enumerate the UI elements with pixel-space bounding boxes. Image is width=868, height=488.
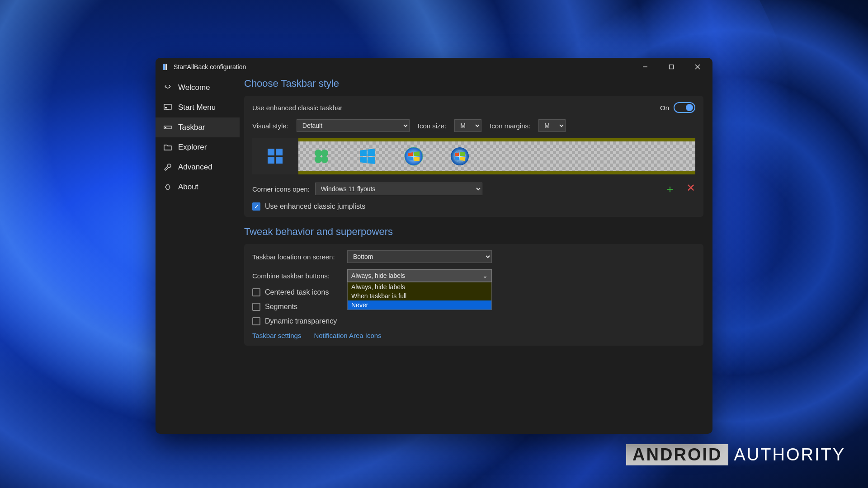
sidebar-item-welcome[interactable]: Welcome	[156, 78, 240, 98]
svg-point-17	[315, 150, 322, 157]
svg-rect-8	[164, 104, 171, 109]
location-label: Taskbar location on screen:	[252, 253, 343, 261]
taskbar-settings-link[interactable]: Taskbar settings	[252, 332, 301, 339]
svg-rect-13	[268, 149, 274, 155]
sidebar-item-label: Advanced	[178, 163, 212, 172]
sidebar-item-label: Explorer	[178, 143, 207, 152]
svg-point-7	[169, 85, 170, 86]
combine-label: Combine taskbar buttons:	[252, 272, 343, 280]
svg-rect-12	[165, 127, 166, 128]
combine-option[interactable]: Always, hide labels	[348, 282, 491, 291]
corner-icons-select[interactable]: Windows 11 flyouts	[315, 183, 482, 195]
wrench-icon	[164, 163, 172, 171]
combine-current-value: Always, hide labels	[351, 272, 405, 279]
titlebar[interactable]: StartAllBack configuration	[156, 58, 712, 76]
add-icon[interactable]: ＋	[665, 182, 675, 196]
svg-point-18	[321, 150, 328, 157]
sidebar-item-label: About	[178, 183, 198, 192]
sidebar: Welcome Start Menu Taskbar Explorer Adva…	[156, 76, 240, 434]
svg-rect-15	[268, 157, 274, 164]
start-icon-preview	[252, 138, 695, 174]
watermark: ANDROID AUTHORITY	[626, 444, 845, 465]
sidebar-item-start-menu[interactable]: Start Menu	[156, 98, 240, 117]
svg-rect-3	[670, 65, 674, 69]
icon-size-label: Icon size:	[418, 122, 446, 130]
svg-rect-1	[165, 64, 167, 70]
app-icon	[162, 63, 169, 70]
start-icon-win10[interactable]	[344, 138, 391, 174]
dynamic-transparency-checkbox[interactable]	[252, 317, 260, 325]
segments-label: Segments	[265, 303, 297, 311]
jumplists-checkbox[interactable]	[252, 202, 260, 211]
centered-icons-checkbox[interactable]	[252, 288, 260, 296]
minimize-button[interactable]	[632, 58, 658, 76]
svg-point-19	[315, 156, 322, 163]
svg-rect-14	[276, 149, 283, 155]
svg-rect-16	[276, 157, 283, 164]
start-icon-vista-orb[interactable]	[437, 138, 483, 174]
visual-style-label: Visual style:	[252, 122, 288, 130]
sidebar-item-label: Start Menu	[178, 103, 216, 112]
section-title-behavior: Tweak behavior and superpowers	[244, 226, 703, 238]
section-title-style: Choose Taskbar style	[244, 78, 703, 89]
window-controls	[632, 58, 711, 76]
sidebar-item-advanced[interactable]: Advanced	[156, 157, 240, 177]
watermark-brand: ANDROID	[626, 444, 728, 465]
segments-checkbox[interactable]	[252, 303, 260, 311]
corner-icons-label: Corner icons open:	[252, 185, 310, 193]
svg-point-6	[165, 85, 166, 86]
svg-point-22	[451, 147, 469, 165]
dynamic-transparency-label: Dynamic transparency	[265, 317, 337, 325]
folder-icon	[164, 143, 172, 151]
centered-icons-label: Centered task icons	[265, 288, 329, 296]
sidebar-item-taskbar[interactable]: Taskbar	[156, 117, 240, 137]
content-area: Choose Taskbar style Use enhanced classi…	[240, 76, 712, 434]
combine-dropdown[interactable]: Always, hide labels ⌄ Always, hide label…	[347, 269, 492, 282]
behavior-panel: Taskbar location on screen: Bottom Combi…	[244, 244, 703, 346]
notification-icons-link[interactable]: Notification Area Icons	[314, 332, 381, 339]
smile-icon	[164, 84, 172, 92]
visual-style-select[interactable]: Default	[297, 119, 410, 132]
sidebar-item-label: Taskbar	[178, 123, 205, 132]
combine-options-list: Always, hide labels When taskbar is full…	[347, 282, 492, 310]
start-icon-clover[interactable]	[298, 138, 344, 174]
app-window: StartAllBack configuration Welcome Start…	[156, 58, 712, 434]
monitor-icon	[164, 103, 172, 112]
start-icon-win11[interactable]	[252, 138, 298, 174]
close-button[interactable]	[684, 58, 711, 76]
svg-rect-9	[165, 107, 167, 108]
svg-point-21	[405, 147, 423, 165]
combine-option[interactable]: When taskbar is full	[348, 291, 491, 300]
remove-icon[interactable]: ✕	[686, 182, 695, 196]
start-icon-win7-orb[interactable]	[391, 138, 437, 174]
sidebar-item-explorer[interactable]: Explorer	[156, 137, 240, 157]
icon-margins-label: Icon margins:	[490, 122, 530, 130]
style-panel: Use enhanced classic taskbar On Visual s…	[244, 96, 703, 217]
icon-margins-select[interactable]: M	[538, 119, 566, 132]
icon-size-select[interactable]: M	[454, 119, 481, 132]
window-title: StartAllBack configuration	[174, 63, 632, 70]
combine-option[interactable]: Never	[348, 300, 491, 310]
jumplists-label: Use enhanced classic jumplists	[265, 202, 365, 211]
svg-rect-0	[163, 64, 165, 70]
sidebar-item-label: Welcome	[178, 83, 210, 92]
watermark-suffix: AUTHORITY	[734, 445, 845, 465]
enhanced-taskbar-label: Use enhanced classic taskbar	[252, 104, 342, 112]
maximize-button[interactable]	[658, 58, 684, 76]
svg-point-20	[321, 156, 328, 163]
sidebar-item-about[interactable]: About	[156, 177, 240, 197]
toggle-state-text: On	[660, 104, 669, 112]
enhanced-taskbar-toggle[interactable]	[674, 102, 695, 113]
info-icon	[164, 183, 172, 191]
taskbar-icon	[164, 123, 172, 131]
location-select[interactable]: Bottom	[347, 250, 492, 263]
chevron-down-icon: ⌄	[482, 272, 488, 279]
